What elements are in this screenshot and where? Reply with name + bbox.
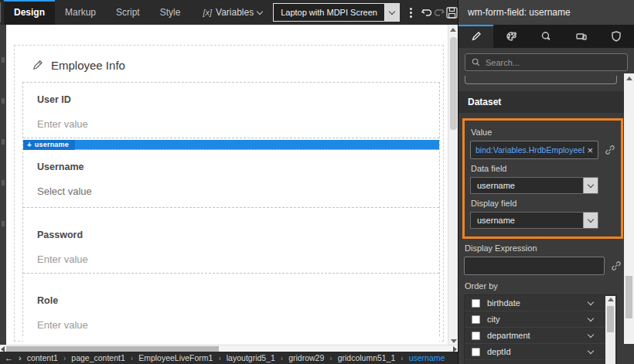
magnifier-cursor-icon bbox=[540, 30, 553, 43]
order-by-item-label: deptId bbox=[487, 347, 581, 356]
breadcrumb-separator: › bbox=[131, 354, 133, 362]
order-by-list: birthdate city department deptId empId bbox=[464, 294, 617, 364]
selected-widget-name: username bbox=[35, 141, 69, 148]
field-placeholder[interactable]: Enter value bbox=[23, 306, 439, 341]
canvas-vertical-scrollbar[interactable] bbox=[448, 25, 458, 345]
display-expression-field[interactable] bbox=[464, 257, 605, 275]
tab-styles[interactable] bbox=[493, 25, 528, 48]
checkbox[interactable] bbox=[472, 348, 480, 356]
tab-security[interactable] bbox=[599, 25, 634, 48]
scrollbar-thumb[interactable] bbox=[450, 37, 457, 130]
chevron-down-icon bbox=[588, 216, 594, 222]
selected-widget-tag[interactable]: + username bbox=[23, 140, 75, 150]
panel-scrollbar[interactable] bbox=[624, 73, 634, 344]
scrollbar-thumb[interactable] bbox=[6, 346, 219, 352]
wavemaker-studio: Design Markup Script Style [x] Variables… bbox=[0, 0, 634, 364]
kebab-menu-icon[interactable] bbox=[410, 0, 412, 25]
breadcrumb-item[interactable]: gridcolumn51_1 bbox=[338, 353, 396, 362]
order-by-label: Order by bbox=[465, 281, 622, 291]
chevron-down-icon[interactable] bbox=[588, 315, 594, 321]
form-title-row: Employee Info bbox=[15, 46, 443, 72]
value-label: Value bbox=[471, 128, 615, 137]
breadcrumb-item-current[interactable]: username bbox=[409, 353, 445, 362]
save-button[interactable] bbox=[445, 0, 458, 25]
scroll-up-icon[interactable] bbox=[626, 77, 632, 80]
device-selector-button[interactable]: Laptop with MDPI Screen bbox=[273, 3, 385, 22]
display-field-select[interactable]: username bbox=[470, 212, 598, 229]
tab-inspect[interactable] bbox=[529, 25, 564, 48]
clear-icon[interactable]: × bbox=[585, 145, 593, 156]
field-label: Password bbox=[23, 209, 439, 240]
select-chevron-button[interactable] bbox=[583, 213, 598, 228]
order-by-item[interactable]: empId bbox=[465, 360, 616, 364]
selection-bar[interactable]: + username bbox=[23, 140, 439, 150]
chevron-down-icon bbox=[588, 181, 594, 187]
field-placeholder[interactable]: Enter value bbox=[23, 240, 439, 275]
tab-style[interactable]: Style bbox=[150, 0, 191, 25]
canvas-horizontal-scrollbar[interactable] bbox=[0, 345, 458, 352]
search-input[interactable] bbox=[486, 58, 622, 67]
value-input[interactable] bbox=[476, 145, 585, 155]
display-field-value: username bbox=[471, 213, 583, 228]
breadcrumb-item[interactable]: page_content1 bbox=[71, 353, 124, 362]
scroll-down-icon[interactable] bbox=[451, 339, 457, 343]
tab-design[interactable]: Design bbox=[4, 0, 55, 25]
checkbox[interactable] bbox=[472, 332, 480, 340]
selected-widget-title: wm-form-field: username bbox=[468, 7, 571, 18]
order-by-scrollbar[interactable] bbox=[605, 296, 615, 364]
breadcrumb-separator: › bbox=[401, 354, 403, 362]
checkbox[interactable] bbox=[472, 315, 480, 324]
scroll-up-icon[interactable] bbox=[450, 28, 456, 32]
chevron-down-icon[interactable] bbox=[588, 298, 594, 304]
design-canvas[interactable]: Employee Info User ID Enter value + user… bbox=[0, 25, 458, 345]
scrollbar-thumb[interactable] bbox=[625, 276, 632, 318]
employee-form-widget[interactable]: Employee Info User ID Enter value + user… bbox=[14, 45, 444, 342]
scrolled-property-input-partial bbox=[465, 76, 617, 84]
breadcrumb-separator: › bbox=[329, 354, 332, 362]
device-selector-dropdown[interactable] bbox=[385, 3, 400, 22]
left-dock-strip[interactable] bbox=[0, 25, 6, 345]
order-by-item[interactable]: deptId bbox=[465, 344, 616, 360]
variables-label: Variables bbox=[216, 7, 254, 18]
search-box[interactable] bbox=[465, 53, 628, 71]
form-field-role[interactable]: Role Enter value bbox=[23, 275, 439, 345]
form-field-username-selected[interactable]: + username Username Select value bbox=[23, 140, 439, 208]
chevron-down-icon[interactable] bbox=[588, 331, 594, 337]
device-selector: Laptop with MDPI Screen bbox=[273, 3, 400, 22]
order-by-item[interactable]: department bbox=[465, 328, 616, 344]
breadcrumb-item[interactable]: content1 bbox=[27, 353, 58, 362]
value-field[interactable]: × bbox=[470, 141, 598, 159]
redo-button[interactable] bbox=[433, 0, 445, 25]
scrollbar-thumb[interactable] bbox=[607, 306, 614, 332]
dataset-section-header[interactable]: Dataset bbox=[458, 91, 624, 113]
tab-script[interactable]: Script bbox=[106, 0, 150, 25]
tab-properties[interactable] bbox=[458, 25, 493, 48]
undo-button[interactable] bbox=[421, 0, 433, 25]
tab-markup[interactable]: Markup bbox=[55, 0, 106, 25]
field-placeholder[interactable]: Select value bbox=[23, 172, 439, 207]
palette-icon bbox=[505, 30, 518, 43]
select-chevron-button[interactable] bbox=[583, 178, 598, 193]
pencil-icon bbox=[470, 30, 482, 43]
breadcrumb: ← › content1 › page_content1 › EmployeeL… bbox=[0, 352, 458, 364]
breadcrumb-item[interactable]: layoutgrid5_1 bbox=[227, 353, 275, 362]
breadcrumb-forward-icon[interactable]: › bbox=[19, 353, 22, 362]
toolbar-edge-fragment bbox=[0, 2, 1, 22]
tab-devices[interactable] bbox=[564, 25, 598, 48]
breadcrumb-item[interactable]: EmployeeLiveForm1 bbox=[138, 353, 213, 362]
form-field-password[interactable]: Password Enter value bbox=[23, 209, 439, 274]
display-expression-input[interactable] bbox=[469, 261, 599, 270]
bind-link-icon[interactable] bbox=[604, 145, 615, 155]
field-placeholder[interactable]: Enter value bbox=[23, 105, 439, 140]
checkbox[interactable] bbox=[472, 299, 480, 308]
form-field-userid[interactable]: User ID Enter value bbox=[23, 83, 439, 138]
breadcrumb-item[interactable]: gridrow29 bbox=[288, 353, 324, 362]
bind-link-icon[interactable] bbox=[610, 260, 622, 271]
chevron-down-icon[interactable] bbox=[588, 347, 594, 353]
variables-menu[interactable]: [x] Variables bbox=[203, 0, 262, 25]
order-by-item[interactable]: city bbox=[465, 311, 616, 328]
data-field-select[interactable]: username bbox=[470, 177, 598, 194]
scroll-up-icon[interactable] bbox=[608, 298, 614, 301]
order-by-item[interactable]: birthdate bbox=[465, 295, 616, 311]
breadcrumb-back-icon[interactable]: ← bbox=[5, 353, 13, 362]
